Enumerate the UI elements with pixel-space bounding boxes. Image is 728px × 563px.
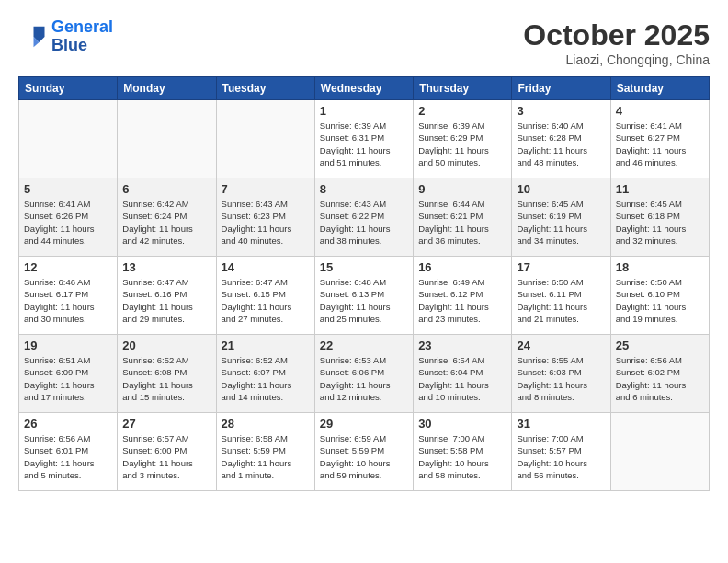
day-info: Sunrise: 6:57 AM Sunset: 6:00 PM Dayligh… <box>122 432 210 481</box>
weekday-header: Monday <box>118 77 216 100</box>
day-number: 7 <box>222 182 310 196</box>
day-info: Sunrise: 6:56 AM Sunset: 6:02 PM Dayligh… <box>616 354 704 403</box>
weekday-header: Friday <box>512 77 610 100</box>
calendar-cell: 19Sunrise: 6:51 AM Sunset: 6:09 PM Dayli… <box>19 335 118 413</box>
day-info: Sunrise: 6:39 AM Sunset: 6:29 PM Dayligh… <box>418 120 506 168</box>
day-info: Sunrise: 6:54 AM Sunset: 6:04 PM Dayligh… <box>418 354 506 403</box>
calendar-week-row: 1Sunrise: 6:39 AM Sunset: 6:31 PM Daylig… <box>19 100 710 178</box>
day-info: Sunrise: 6:48 AM Sunset: 6:13 PM Dayligh… <box>320 276 408 325</box>
day-number: 19 <box>24 339 112 352</box>
day-info: Sunrise: 6:46 AM Sunset: 6:17 PM Dayligh… <box>24 276 112 325</box>
calendar-cell: 18Sunrise: 6:50 AM Sunset: 6:10 PM Dayli… <box>610 257 709 335</box>
day-number: 8 <box>320 182 408 196</box>
calendar-week-row: 5Sunrise: 6:41 AM Sunset: 6:26 PM Daylig… <box>19 178 710 257</box>
day-info: Sunrise: 6:47 AM Sunset: 6:16 PM Dayligh… <box>122 276 210 325</box>
day-number: 27 <box>122 417 210 431</box>
calendar-cell: 27Sunrise: 6:57 AM Sunset: 6:00 PM Dayli… <box>118 413 216 491</box>
calendar-week-row: 12Sunrise: 6:46 AM Sunset: 6:17 PM Dayli… <box>19 257 710 335</box>
day-number: 13 <box>122 260 210 274</box>
day-number: 1 <box>320 104 408 118</box>
calendar-cell: 17Sunrise: 6:50 AM Sunset: 6:11 PM Dayli… <box>512 257 610 335</box>
month-title: October 2025 <box>523 18 710 52</box>
day-number: 25 <box>616 339 704 352</box>
day-number: 30 <box>418 417 506 431</box>
calendar-cell: 24Sunrise: 6:55 AM Sunset: 6:03 PM Dayli… <box>512 335 610 413</box>
day-number: 16 <box>418 260 506 274</box>
calendar-cell: 14Sunrise: 6:47 AM Sunset: 6:15 PM Dayli… <box>216 257 314 335</box>
day-info: Sunrise: 6:42 AM Sunset: 6:24 PM Dayligh… <box>122 198 210 247</box>
calendar-cell: 22Sunrise: 6:53 AM Sunset: 6:06 PM Dayli… <box>314 335 413 413</box>
day-number: 6 <box>122 182 210 196</box>
day-number: 31 <box>517 417 605 431</box>
calendar-cell: 10Sunrise: 6:45 AM Sunset: 6:19 PM Dayli… <box>512 178 610 257</box>
calendar-cell: 15Sunrise: 6:48 AM Sunset: 6:13 PM Dayli… <box>314 257 413 335</box>
calendar-cell: 20Sunrise: 6:52 AM Sunset: 6:08 PM Dayli… <box>118 335 216 413</box>
calendar-cell: 8Sunrise: 6:43 AM Sunset: 6:22 PM Daylig… <box>314 178 413 257</box>
day-info: Sunrise: 7:00 AM Sunset: 5:57 PM Dayligh… <box>517 432 605 481</box>
calendar-cell: 9Sunrise: 6:44 AM Sunset: 6:21 PM Daylig… <box>414 178 512 257</box>
calendar-cell <box>216 100 314 178</box>
day-number: 24 <box>517 339 605 352</box>
weekday-header: Saturday <box>610 77 709 100</box>
calendar-cell: 13Sunrise: 6:47 AM Sunset: 6:16 PM Dayli… <box>118 257 216 335</box>
day-number: 23 <box>418 339 506 352</box>
location-subtitle: Liaozi, Chongqing, China <box>523 52 710 67</box>
day-number: 21 <box>222 339 310 352</box>
day-number: 28 <box>222 417 310 431</box>
day-number: 20 <box>122 339 210 352</box>
day-info: Sunrise: 6:41 AM Sunset: 6:27 PM Dayligh… <box>616 120 704 168</box>
day-number: 10 <box>517 182 605 196</box>
calendar-cell: 4Sunrise: 6:41 AM Sunset: 6:27 PM Daylig… <box>610 100 709 178</box>
day-number: 22 <box>320 339 408 352</box>
day-number: 9 <box>418 182 506 196</box>
day-info: Sunrise: 6:52 AM Sunset: 6:07 PM Dayligh… <box>222 354 310 403</box>
day-info: Sunrise: 6:50 AM Sunset: 6:11 PM Dayligh… <box>517 276 605 325</box>
day-info: Sunrise: 6:43 AM Sunset: 6:22 PM Dayligh… <box>320 198 408 247</box>
day-number: 29 <box>320 417 408 431</box>
day-number: 11 <box>616 182 704 196</box>
calendar-cell: 26Sunrise: 6:56 AM Sunset: 6:01 PM Dayli… <box>19 413 118 491</box>
calendar-week-row: 26Sunrise: 6:56 AM Sunset: 6:01 PM Dayli… <box>19 413 710 491</box>
weekday-header: Thursday <box>414 77 512 100</box>
day-info: Sunrise: 6:44 AM Sunset: 6:21 PM Dayligh… <box>418 198 506 247</box>
calendar-cell: 2Sunrise: 6:39 AM Sunset: 6:29 PM Daylig… <box>414 100 512 178</box>
calendar-week-row: 19Sunrise: 6:51 AM Sunset: 6:09 PM Dayli… <box>19 335 710 413</box>
day-number: 17 <box>517 260 605 274</box>
day-number: 4 <box>616 104 704 118</box>
day-info: Sunrise: 6:40 AM Sunset: 6:28 PM Dayligh… <box>517 120 605 168</box>
day-info: Sunrise: 6:39 AM Sunset: 6:31 PM Dayligh… <box>320 120 408 168</box>
day-info: Sunrise: 6:53 AM Sunset: 6:06 PM Dayligh… <box>320 354 408 403</box>
page-header: General Blue October 2025 Liaozi, Chongq… <box>18 18 710 67</box>
calendar-cell: 21Sunrise: 6:52 AM Sunset: 6:07 PM Dayli… <box>216 335 314 413</box>
day-info: Sunrise: 6:41 AM Sunset: 6:26 PM Dayligh… <box>24 198 112 247</box>
day-number: 12 <box>24 260 112 274</box>
calendar-cell: 30Sunrise: 7:00 AM Sunset: 5:58 PM Dayli… <box>414 413 512 491</box>
calendar-cell <box>19 100 118 178</box>
calendar-cell: 12Sunrise: 6:46 AM Sunset: 6:17 PM Dayli… <box>19 257 118 335</box>
title-block: October 2025 Liaozi, Chongqing, China <box>523 18 710 67</box>
day-info: Sunrise: 6:51 AM Sunset: 6:09 PM Dayligh… <box>24 354 112 403</box>
day-number: 15 <box>320 260 408 274</box>
logo: General Blue <box>18 18 113 55</box>
calendar-cell: 31Sunrise: 7:00 AM Sunset: 5:57 PM Dayli… <box>512 413 610 491</box>
weekday-header-row: SundayMondayTuesdayWednesdayThursdayFrid… <box>19 77 710 100</box>
calendar-cell: 28Sunrise: 6:58 AM Sunset: 5:59 PM Dayli… <box>216 413 314 491</box>
calendar-cell: 1Sunrise: 6:39 AM Sunset: 6:31 PM Daylig… <box>314 100 413 178</box>
day-number: 5 <box>24 182 112 196</box>
calendar-cell: 25Sunrise: 6:56 AM Sunset: 6:02 PM Dayli… <box>610 335 709 413</box>
day-info: Sunrise: 6:43 AM Sunset: 6:23 PM Dayligh… <box>222 198 310 247</box>
calendar-cell: 29Sunrise: 6:59 AM Sunset: 5:59 PM Dayli… <box>314 413 413 491</box>
day-number: 14 <box>222 260 310 274</box>
calendar-cell <box>610 413 709 491</box>
day-info: Sunrise: 6:47 AM Sunset: 6:15 PM Dayligh… <box>222 276 310 325</box>
day-number: 2 <box>418 104 506 118</box>
day-info: Sunrise: 7:00 AM Sunset: 5:58 PM Dayligh… <box>418 432 506 481</box>
day-info: Sunrise: 6:55 AM Sunset: 6:03 PM Dayligh… <box>517 354 605 403</box>
day-number: 18 <box>616 260 704 274</box>
day-info: Sunrise: 6:52 AM Sunset: 6:08 PM Dayligh… <box>122 354 210 403</box>
logo-icon <box>18 23 46 51</box>
calendar-cell: 11Sunrise: 6:45 AM Sunset: 6:18 PM Dayli… <box>610 178 709 257</box>
calendar-cell <box>118 100 216 178</box>
calendar-cell: 3Sunrise: 6:40 AM Sunset: 6:28 PM Daylig… <box>512 100 610 178</box>
calendar-cell: 7Sunrise: 6:43 AM Sunset: 6:23 PM Daylig… <box>216 178 314 257</box>
